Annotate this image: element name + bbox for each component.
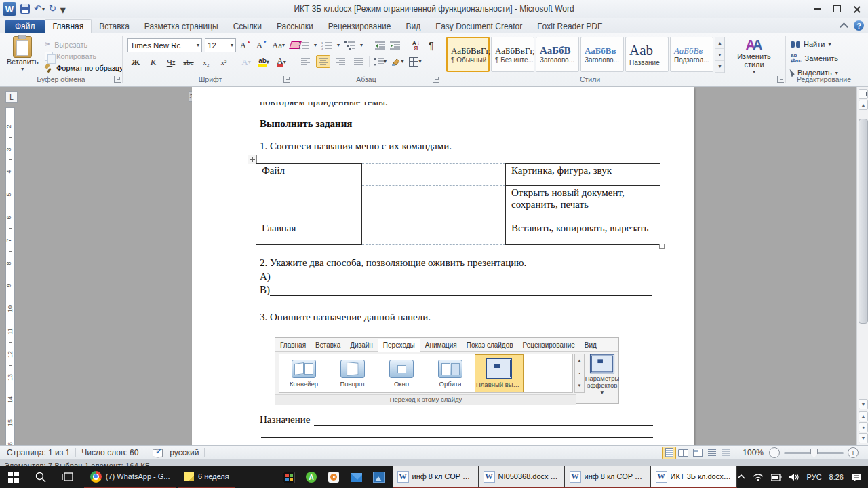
increase-indent-icon[interactable]	[390, 41, 400, 50]
multilevel-list-icon[interactable]	[344, 41, 355, 50]
start-button[interactable]	[0, 466, 27, 488]
table-cell-picture[interactable]: Картинка, фигура, звук	[506, 164, 660, 186]
task-view-button[interactable]	[54, 466, 81, 488]
styles-gallery-scroll[interactable]: ▲ ▼ ▼	[715, 37, 725, 73]
vertical-scrollbar[interactable]: ▲ ▼ ▲ ● ▼	[856, 87, 868, 445]
scroll-up-icon[interactable]: ▲	[859, 100, 868, 110]
language-indicator[interactable]: русский	[170, 448, 199, 457]
zoom-in-icon[interactable]: +	[848, 447, 859, 458]
draft-view-button[interactable]	[719, 447, 733, 459]
word-count[interactable]: Число слов: 60	[81, 448, 138, 457]
bullet-list-icon[interactable]	[298, 41, 309, 50]
spellcheck-icon[interactable]: ✓	[153, 449, 163, 457]
search-button[interactable]	[27, 466, 54, 488]
green-app-button[interactable]: A	[300, 466, 323, 488]
zoom-slider-thumb[interactable]	[810, 449, 818, 458]
tray-chevron-icon[interactable]	[737, 474, 745, 480]
replace-button[interactable]: ab⇄ac Заменить	[791, 52, 838, 64]
purpose-line[interactable]: Назначение	[260, 414, 653, 426]
tab-home[interactable]: Главная	[45, 19, 92, 33]
format-painter-button[interactable]: Формат по образцу	[45, 62, 123, 73]
page-indicator[interactable]: Страница: 1 из 1	[7, 448, 70, 457]
font-name-combo[interactable]: Times New Rc ▾	[127, 38, 202, 52]
matching-table[interactable]: Файл Картинка, фигура, звук Открыть новы…	[256, 163, 660, 245]
undo-dropdown-icon[interactable]: ▾	[42, 6, 45, 12]
tab-foxit-reader-pdf[interactable]: Foxit Reader PDF	[530, 20, 610, 33]
ruler-toggle-icon[interactable]	[859, 89, 868, 99]
tab-selector[interactable]: L	[5, 91, 18, 103]
line-spacing-button[interactable]: ▾	[373, 55, 387, 68]
numbered-dropdown-icon[interactable]: ▾	[337, 42, 340, 48]
help-icon[interactable]: ?	[854, 20, 864, 31]
print-layout-view-button[interactable]	[662, 447, 676, 459]
minimize-button[interactable]	[808, 2, 827, 16]
paragraph-dialog-launcher-icon[interactable]	[433, 76, 439, 83]
tab-insert[interactable]: Вставка	[92, 20, 137, 33]
bullet-dropdown-icon[interactable]: ▾	[314, 42, 317, 48]
customize-qat-icon[interactable]: ▾	[60, 7, 66, 12]
multilevel-dropdown-icon[interactable]: ▾	[360, 42, 363, 48]
strikethrough-button[interactable]: abc	[182, 56, 195, 69]
style-no-spacing[interactable]: АаБбВвГг, ¶ Без инте...	[491, 37, 534, 72]
purpose-line-2[interactable]	[261, 428, 653, 438]
close-button[interactable]	[847, 2, 867, 16]
underline-button[interactable]: Ч▾	[164, 56, 178, 69]
styles-scroll-up-icon[interactable]: ▲	[715, 37, 724, 49]
align-left-button[interactable]	[298, 55, 313, 68]
styles-dialog-launcher-icon[interactable]	[777, 76, 784, 83]
mail-button[interactable]	[345, 466, 368, 488]
scrollbar-thumb[interactable]	[859, 119, 868, 324]
clock[interactable]: 8:26	[829, 473, 844, 481]
save-icon[interactable]	[20, 4, 30, 14]
table-resize-handle-icon[interactable]	[659, 244, 665, 249]
ppt-ribbon-image[interactable]: Главная Вставка Дизайн Переходы Анимация…	[275, 337, 619, 404]
speaker-icon[interactable]	[789, 473, 800, 481]
outline-view-button[interactable]	[705, 447, 719, 459]
taskbar-word-window-2[interactable]: W NI050368.docx [P...	[479, 466, 565, 488]
zoom-level[interactable]: 100%	[743, 448, 764, 457]
shrink-font-button[interactable]: А▼	[255, 39, 269, 52]
select-browse-object-icon[interactable]: ●	[859, 422, 868, 432]
tab-view[interactable]: Вид	[398, 20, 428, 33]
photos-button[interactable]	[368, 466, 390, 488]
clipboard-dialog-launcher-icon[interactable]	[114, 76, 121, 83]
fullscreen-reading-view-button[interactable]	[676, 447, 690, 459]
store-button[interactable]	[277, 466, 300, 488]
zoom-slider[interactable]	[784, 452, 844, 454]
align-right-button[interactable]	[334, 55, 348, 68]
styles-scroll-down-icon[interactable]: ▼	[715, 49, 724, 60]
subscript-button[interactable]: x₂	[199, 56, 213, 69]
bold-button[interactable]: Ж	[129, 56, 142, 69]
style-subtitle[interactable]: АаБбВв Подзагол...	[670, 37, 713, 72]
highlight-color-button[interactable]: ab▾	[257, 56, 271, 69]
redo-icon[interactable]: ↻	[49, 3, 56, 15]
word-app-icon[interactable]: W	[3, 2, 16, 16]
styles-gallery-more-icon[interactable]: ▼	[715, 61, 724, 73]
taskbar-sticky-note-window[interactable]: 6 неделя	[178, 466, 235, 488]
decrease-indent-icon[interactable]	[375, 41, 385, 50]
language-tray[interactable]: РУС	[807, 473, 822, 481]
font-color-button[interactable]: А▾	[275, 56, 288, 69]
taskbar-word-window-1[interactable]: W инф 8 кл СОР ва...	[393, 466, 479, 488]
sort-button[interactable]: А↓ Я	[412, 41, 420, 50]
find-button[interactable]: Найти ▾	[791, 38, 838, 50]
tab-mailings[interactable]: Рассылки	[269, 20, 321, 33]
style-heading2[interactable]: АаБбВв Заголово...	[580, 37, 624, 72]
next-page-icon[interactable]: ▼	[859, 433, 868, 443]
table-cell-empty[interactable]	[362, 221, 506, 245]
previous-page-icon[interactable]: ▲	[859, 411, 868, 421]
text-effects-button[interactable]: А▾	[239, 56, 253, 69]
show-paragraph-marks-button[interactable]: ¶	[425, 39, 438, 52]
vertical-ruler[interactable]: 2345678910111213141516	[5, 107, 15, 445]
font-dialog-launcher-icon[interactable]	[283, 76, 290, 83]
style-heading1[interactable]: АаБбВ Заголово...	[536, 37, 579, 72]
justify-button[interactable]	[351, 55, 366, 68]
minimize-ribbon-icon[interactable]	[840, 22, 848, 31]
taskbar-word-window-3[interactable]: W инф 8 кл СОР ва...	[565, 466, 651, 488]
table-cell-empty[interactable]	[362, 186, 506, 221]
zoom-out-icon[interactable]: −	[769, 447, 780, 458]
cut-button[interactable]: ✂ Вырезать	[45, 39, 123, 50]
action-center-icon[interactable]	[851, 473, 861, 482]
tab-file[interactable]: Файл	[5, 20, 45, 33]
shading-button[interactable]: ▾	[391, 55, 405, 68]
